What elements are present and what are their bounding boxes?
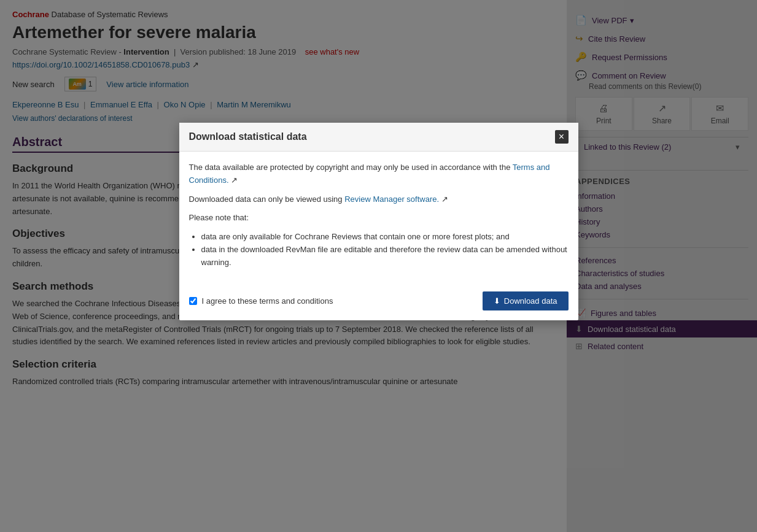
download-btn-label: Download data	[504, 296, 557, 306]
modal-overlay[interactable]: Download statistical data × The data ava…	[0, 0, 757, 532]
modal-body: The data available are protected by copy…	[179, 152, 578, 285]
modal-footer: I agree to these terms and conditions ⬇ …	[179, 285, 578, 320]
agree-label: I agree to these terms and conditions	[202, 296, 333, 306]
modal-para-1: The data available are protected by copy…	[189, 161, 569, 187]
download-icon: ⬇	[494, 296, 500, 306]
modal-header: Download statistical data ×	[179, 123, 578, 152]
agree-checkbox-label[interactable]: I agree to these terms and conditions	[189, 296, 333, 306]
external-link-icon-2: ↗	[441, 195, 448, 204]
modal-para-2: Downloaded data can only be viewed using…	[189, 193, 569, 206]
modal-bullets: data are only available for Cochrane Rev…	[201, 231, 569, 269]
external-link-icon-1: ↗	[231, 175, 238, 185]
modal-close-button[interactable]: ×	[555, 130, 569, 144]
modal-title: Download statistical data	[189, 131, 307, 142]
modal-bullet-1: data are only available for Cochrane Rev…	[201, 231, 569, 244]
review-manager-link[interactable]: Review Manager software.	[344, 195, 439, 204]
download-data-button[interactable]: ⬇ Download data	[483, 291, 569, 310]
modal-bullet-2: data in the downloaded RevMan file are e…	[201, 244, 569, 269]
modal-box: Download statistical data × The data ava…	[179, 123, 578, 320]
modal-para-3: Please note that:	[189, 212, 569, 225]
agree-checkbox-input[interactable]	[189, 297, 197, 305]
